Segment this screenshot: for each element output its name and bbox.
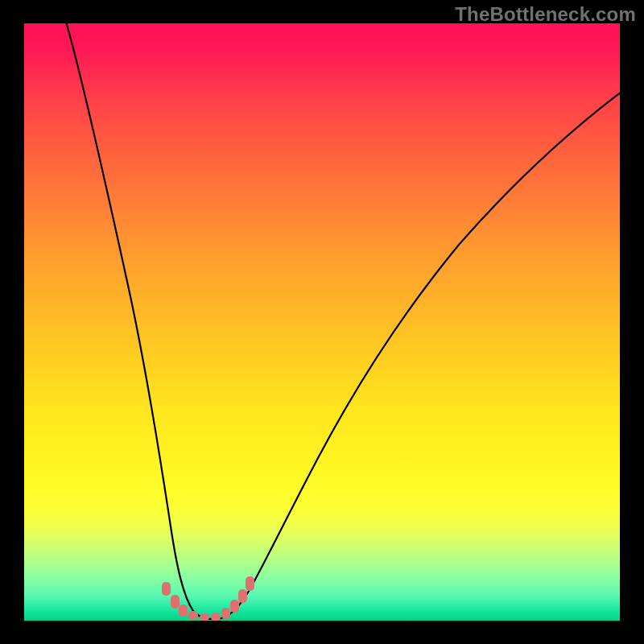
watermark-text: TheBottleneck.com (455, 3, 636, 26)
marker-dot (162, 582, 171, 596)
marker-dot (179, 605, 188, 617)
curve-layer (24, 23, 620, 621)
marker-dot (230, 600, 239, 613)
marker-dot (211, 613, 221, 621)
marker-dot (221, 608, 230, 619)
marker-dot (200, 613, 209, 621)
marker-dot (188, 611, 198, 620)
main-curve (66, 23, 620, 619)
marker-dot (238, 589, 247, 603)
marker-dot (246, 576, 254, 591)
marker-group (162, 576, 254, 621)
plot-area (24, 23, 620, 621)
chart-stage: TheBottleneck.com (0, 0, 644, 644)
marker-dot (171, 595, 180, 609)
